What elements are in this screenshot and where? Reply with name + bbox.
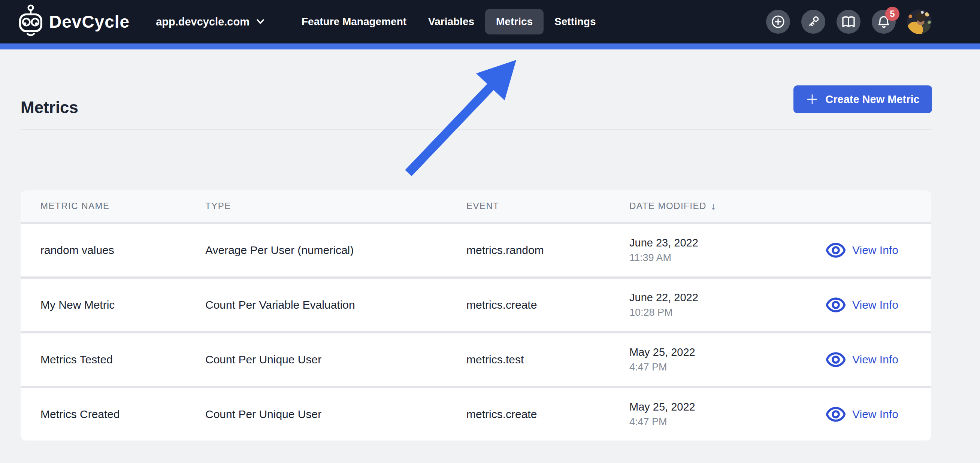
- user-avatar[interactable]: [907, 10, 932, 34]
- table-row: Metrics Created Count Per Unique User me…: [21, 388, 931, 441]
- view-info-link[interactable]: View Info: [826, 242, 931, 258]
- metric-name-cell: Metrics Created: [40, 408, 205, 421]
- column-header-event[interactable]: EVENT: [466, 201, 629, 211]
- nav-item-metrics[interactable]: Metrics: [485, 9, 544, 35]
- nav-item-feature-management[interactable]: Feature Management: [291, 9, 417, 35]
- table-header-row: METRIC NAME TYPE EVENT DATE MODIFIED ↓: [21, 190, 931, 222]
- view-info-link[interactable]: View Info: [826, 406, 931, 423]
- accent-bar: [0, 43, 980, 49]
- metric-type-cell: Average Per User (numerical): [205, 244, 466, 256]
- metric-event-cell: metrics.random: [466, 244, 629, 256]
- notification-badge: 5: [885, 7, 899, 21]
- nav-actions: 5: [766, 10, 932, 34]
- org-switcher-dropdown[interactable]: app.devcycle.com: [156, 16, 266, 28]
- docs-button[interactable]: [837, 10, 861, 34]
- nav-item-settings[interactable]: Settings: [544, 9, 606, 35]
- metrics-table: METRIC NAME TYPE EVENT DATE MODIFIED ↓ r…: [21, 190, 931, 441]
- table-row: My New Metric Count Per Variable Evaluat…: [21, 279, 931, 331]
- table-row: Metrics Tested Count Per Unique User met…: [21, 333, 931, 386]
- brand-name: DevCycle: [49, 12, 130, 32]
- metric-event-cell: metrics.create: [466, 408, 629, 421]
- table-body: random values Average Per User (numerica…: [21, 224, 931, 441]
- date-modified-cell: June 23, 2022 11:39 AM: [629, 237, 826, 264]
- metric-name-cell: My New Metric: [40, 299, 205, 311]
- eye-icon: [826, 352, 845, 368]
- date-modified-cell: May 25, 2022 4:47 PM: [629, 346, 826, 373]
- chevron-down-icon: [255, 18, 266, 25]
- org-label: app.devcycle.com: [156, 16, 250, 28]
- view-info-link[interactable]: View Info: [826, 352, 931, 368]
- create-new-metric-label: Create New Metric: [825, 93, 919, 106]
- column-header-date-modified[interactable]: DATE MODIFIED ↓: [629, 200, 826, 212]
- eye-icon: [826, 297, 845, 313]
- date-modified-cell: May 25, 2022 4:47 PM: [629, 401, 826, 428]
- key-icon: [806, 14, 821, 29]
- create-new-metric-button[interactable]: Create New Metric: [794, 85, 932, 113]
- metric-type-cell: Count Per Unique User: [205, 353, 466, 366]
- nav-item-variables[interactable]: Variables: [417, 9, 485, 35]
- view-info-link[interactable]: View Info: [826, 297, 931, 313]
- plus-icon: [806, 93, 819, 106]
- eye-icon: [826, 242, 845, 258]
- devcycle-robot-icon: [17, 5, 45, 39]
- column-header-type[interactable]: TYPE: [205, 201, 466, 211]
- metric-event-cell: metrics.test: [466, 353, 629, 366]
- table-row: random values Average Per User (numerica…: [21, 224, 931, 277]
- primary-nav: Feature Management Variables Metrics Set…: [291, 9, 607, 35]
- page-title: Metrics: [21, 98, 78, 117]
- column-header-metric-name[interactable]: METRIC NAME: [40, 201, 205, 211]
- notifications-button[interactable]: 5: [872, 10, 896, 34]
- plus-circle-icon: [771, 14, 786, 29]
- eye-icon: [826, 406, 845, 423]
- metric-event-cell: metrics.create: [466, 299, 629, 311]
- add-button[interactable]: [766, 10, 790, 34]
- api-keys-button[interactable]: [801, 10, 825, 34]
- brand-logo[interactable]: DevCycle: [17, 5, 130, 39]
- sort-descending-icon: ↓: [711, 200, 717, 212]
- metric-type-cell: Count Per Unique User: [205, 408, 466, 421]
- date-modified-cell: June 22, 2022 10:28 PM: [629, 291, 826, 318]
- top-nav: DevCycle app.devcycle.com Feature Manage…: [0, 0, 980, 43]
- metric-name-cell: Metrics Tested: [40, 353, 205, 366]
- metric-name-cell: random values: [40, 244, 205, 256]
- divider: [21, 129, 932, 130]
- book-icon: [841, 14, 856, 29]
- metric-type-cell: Count Per Variable Evaluation: [205, 299, 466, 311]
